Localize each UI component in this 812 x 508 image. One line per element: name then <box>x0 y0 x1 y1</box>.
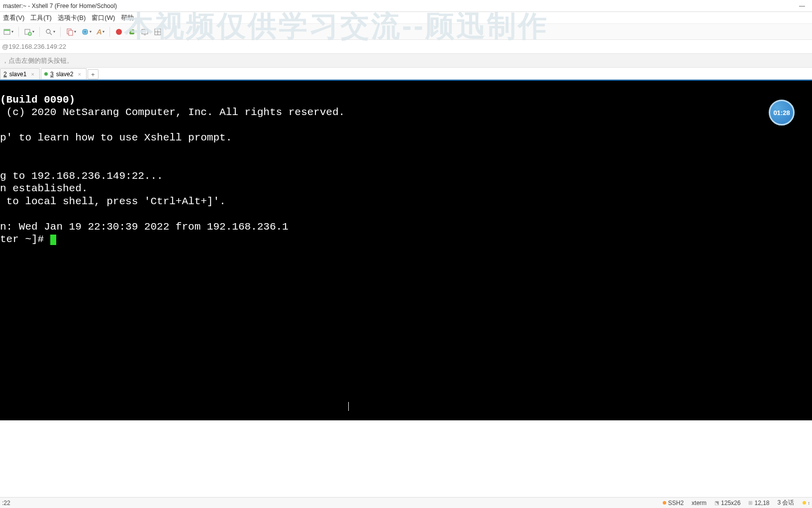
position-icon: ⊞ <box>748 500 752 506</box>
tab-number: 2 <box>3 71 7 78</box>
status-bar: :22 SSH2 xterm ⬔ 125x26 ⊞ 12,18 3 会话 ↕ <box>0 497 812 508</box>
menu-help[interactable]: 帮助 <box>118 13 137 22</box>
timer-badge: 01:28 <box>769 100 795 126</box>
tab-slave1[interactable]: 2 slave1 × <box>0 68 40 79</box>
terminal-line: n: Wed Jan 19 22:30:39 2022 from 192.168… <box>0 221 289 233</box>
close-icon[interactable]: × <box>31 71 34 77</box>
menu-view[interactable]: 查看(V) <box>0 13 27 22</box>
svg-rect-1 <box>4 29 10 31</box>
toolbar-separator <box>109 27 110 37</box>
close-icon[interactable]: × <box>78 71 81 77</box>
tab-number: 3 <box>50 71 54 78</box>
tab-label: slave2 <box>56 71 74 78</box>
terminal[interactable]: (Build 0090) (c) 2020 NetSarang Computer… <box>0 80 812 420</box>
record-button[interactable] <box>114 26 124 38</box>
chevron-down-icon: ▾ <box>53 29 55 34</box>
titlebar: master:~ - Xshell 7 (Free for Home/Schoo… <box>0 0 812 12</box>
status-size: ⬔ 125x26 <box>714 500 740 507</box>
svg-rect-13 <box>142 29 148 34</box>
status-ssh-text: SSH2 <box>668 500 684 507</box>
chevron-down-icon: ▾ <box>11 29 13 34</box>
play-button[interactable] <box>127 26 137 38</box>
tab-strip: 2 slave1 × 3 slave2 × + <box>0 68 812 80</box>
status-term-text: xterm <box>692 500 707 507</box>
add-tab-button[interactable]: + <box>88 69 99 79</box>
status-pos-text: 12,18 <box>754 500 769 507</box>
font-icon: A <box>97 27 102 36</box>
svg-line-5 <box>50 33 52 35</box>
text-cursor <box>348 402 349 411</box>
status-dot-icon <box>44 72 48 76</box>
add-button[interactable]: ▾ <box>23 26 35 38</box>
terminal-line: p' to learn how to use Xshell prompt. <box>0 132 232 143</box>
menu-bar: 查看(V) 工具(T) 选项卡(B) 窗口(W) 帮助 <box>0 12 812 24</box>
status-size-text: 125x26 <box>721 500 740 507</box>
status-dot-icon <box>803 501 806 505</box>
monitor-button[interactable] <box>140 26 150 38</box>
copy-button[interactable]: ▾ <box>65 26 77 38</box>
new-session-button[interactable]: ▾ <box>2 26 14 38</box>
font-button[interactable]: A ▾ <box>96 26 105 38</box>
status-position: ⊞ 12,18 <box>748 500 769 507</box>
chevron-down-icon: ▾ <box>32 29 34 34</box>
svg-point-11 <box>116 29 122 35</box>
menu-tabs[interactable]: 选项卡(B) <box>55 13 89 22</box>
size-icon: ⬔ <box>714 500 719 506</box>
status-sessions: 3 会话 <box>777 499 794 507</box>
toolbar-separator <box>39 27 40 37</box>
toolbar-separator <box>18 27 19 37</box>
terminal-line: n established. <box>0 183 88 194</box>
cursor-icon <box>50 235 56 245</box>
search-button[interactable]: ▾ <box>44 26 56 38</box>
status-sessions-text: 3 会话 <box>777 499 794 507</box>
terminal-line: (Build 0090) <box>0 94 75 106</box>
globe-button[interactable]: ▾ <box>80 26 93 38</box>
status-updown: ↕ <box>803 501 811 506</box>
tab-label: slave1 <box>9 71 27 78</box>
toolbar-separator <box>60 27 61 37</box>
svg-rect-12 <box>129 29 134 34</box>
menu-tools[interactable]: 工具(T) <box>27 13 55 22</box>
chevron-down-icon: ▾ <box>74 29 76 34</box>
toolbar: ▾ ▾ ▾ ▾ ▾ A ▾ <box>0 24 812 40</box>
address-bar[interactable]: @192.168.236.149:22 <box>0 40 812 54</box>
timer-value: 01:28 <box>773 109 790 117</box>
window-title: master:~ - Xshell 7 (Free for Home/Schoo… <box>3 2 117 9</box>
window-buttons: — <box>792 0 812 12</box>
menu-window[interactable]: 窗口(W) <box>89 13 118 22</box>
minimize-button[interactable]: — <box>792 0 812 12</box>
tab-slave2[interactable]: 3 slave2 × <box>41 68 87 79</box>
status-term: xterm <box>692 500 707 507</box>
hint-bar: ，点击左侧的箭头按钮。 <box>0 54 812 68</box>
status-dot-icon <box>663 501 666 505</box>
arrows-icon: ↕ <box>808 501 811 506</box>
hint-text: ，点击左侧的箭头按钮。 <box>2 56 73 65</box>
status-left-text: :22 <box>2 500 10 507</box>
terminal-prompt: ter ~]# <box>0 234 50 245</box>
chevron-down-icon: ▾ <box>90 29 92 34</box>
terminal-line: g to 192.168.236.149:22... <box>0 170 163 182</box>
terminal-line: (c) 2020 NetSarang Computer, Inc. All ri… <box>0 107 345 118</box>
svg-point-4 <box>46 29 50 33</box>
svg-rect-7 <box>69 30 73 35</box>
status-ssh: SSH2 <box>663 500 684 507</box>
chevron-down-icon: ▾ <box>102 29 104 34</box>
address-text: @192.168.236.149:22 <box>2 43 66 50</box>
terminal-line: to local shell, press 'Ctrl+Alt+]'. <box>0 196 226 207</box>
svg-point-8 <box>82 29 88 35</box>
layout-button[interactable] <box>153 26 163 38</box>
